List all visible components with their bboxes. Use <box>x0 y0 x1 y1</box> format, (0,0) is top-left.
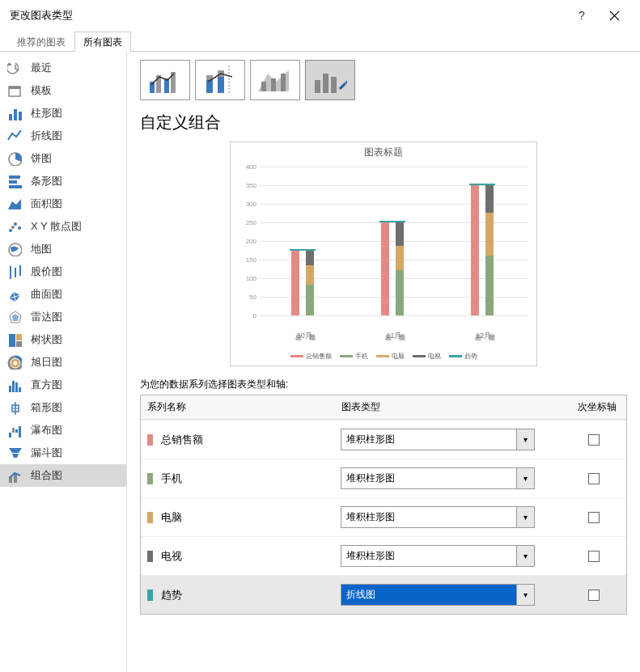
sidebar-item-label: 瀑布图 <box>31 423 62 437</box>
svg-marker-41 <box>9 448 22 453</box>
surface-icon <box>6 286 23 302</box>
sidebar-item-scatter[interactable]: X Y 散点图 <box>0 215 126 238</box>
tab-recommended[interactable]: 推荐的图表 <box>8 32 74 52</box>
sidebar-item-radar[interactable]: 雷达图 <box>0 306 126 328</box>
chevron-down-icon[interactable]: ▾ <box>516 468 534 488</box>
sidebar-item-label: 条形图 <box>31 174 62 188</box>
scatter-icon <box>6 218 23 235</box>
window-title: 更改图表类型 <box>10 8 566 23</box>
y-tick-label: 250 <box>237 219 256 226</box>
svg-rect-47 <box>164 78 169 93</box>
chevron-down-icon[interactable]: ▾ <box>516 585 534 605</box>
close-button[interactable] <box>598 6 630 24</box>
sidebar-item-recent[interactable]: 最近 <box>0 57 126 79</box>
legend-swatch <box>449 355 462 357</box>
combo-subtype-custom[interactable] <box>305 60 355 100</box>
y-tick-label: 200 <box>237 238 256 245</box>
pie-icon <box>6 150 23 167</box>
svg-rect-57 <box>281 74 286 91</box>
combo-subtype-1[interactable] <box>140 60 190 100</box>
series-type-value: 堆积柱形图 <box>341 468 516 488</box>
series-row[interactable]: 趋势折线图▾ <box>141 575 626 614</box>
sidebar-item-map[interactable]: 地图 <box>0 238 126 260</box>
sidebar-item-waterfall[interactable]: 瀑布图 <box>0 419 126 442</box>
series-row[interactable]: 手机堆积柱形图▾ <box>141 459 626 497</box>
svg-rect-9 <box>9 180 17 184</box>
series-type-combo[interactable]: 折线图▾ <box>341 584 535 606</box>
combo-icon <box>6 467 23 484</box>
chart-preview[interactable]: 图表标题 050100150200250300350400 总额分类额总额分类额… <box>230 142 537 366</box>
sidebar-item-box[interactable]: 箱形图 <box>0 396 126 419</box>
help-button[interactable]: ? <box>566 6 598 24</box>
sidebar-item-funnel[interactable]: 漏斗图 <box>0 442 126 464</box>
sidebar-item-combo[interactable]: 组合图 <box>0 464 126 487</box>
sidebar-item-histogram[interactable]: 直方图 <box>0 374 126 396</box>
titlebar: 更改图表类型 ? <box>0 0 640 31</box>
sidebar-item-line[interactable]: 折线图 <box>0 125 126 147</box>
main-title: 自定义组合 <box>140 112 627 133</box>
bar-total <box>471 185 479 315</box>
chevron-down-icon[interactable]: ▾ <box>516 429 534 450</box>
area-icon <box>6 196 23 212</box>
secondary-axis-checkbox[interactable] <box>588 434 600 446</box>
sidebar-item-bar[interactable]: 条形图 <box>0 170 126 192</box>
series-type-combo[interactable]: 堆积柱形图▾ <box>341 429 535 450</box>
svg-rect-27 <box>16 341 22 347</box>
svg-marker-24 <box>12 314 19 321</box>
sidebar-item-treemap[interactable]: 树状图 <box>0 328 126 351</box>
line-icon <box>6 128 23 144</box>
sidebar-item-label: 雷达图 <box>31 310 62 324</box>
chart-title: 图表标题 <box>231 142 536 163</box>
sidebar-item-template[interactable]: 模板 <box>0 79 126 102</box>
secondary-axis-checkbox[interactable] <box>588 512 600 523</box>
series-row[interactable]: 电视堆积柱形图▾ <box>141 536 626 575</box>
sidebar-item-sunburst[interactable]: 旭日图 <box>0 351 126 374</box>
sidebar-item-area[interactable]: 面积图 <box>0 192 126 215</box>
series-row[interactable]: 电脑堆积柱形图▾ <box>141 497 626 536</box>
sidebar-item-label: 旭日图 <box>31 355 62 370</box>
svg-rect-31 <box>12 381 15 392</box>
sidebar-item-column[interactable]: 柱形图 <box>0 102 126 125</box>
series-swatch <box>147 434 153 446</box>
sidebar-item-label: 直方图 <box>31 378 62 392</box>
sidebar-item-label: 漏斗图 <box>31 446 62 460</box>
combo-subtype-2[interactable] <box>195 60 245 100</box>
legend-label: 手机 <box>355 352 368 361</box>
combo-subtype-3[interactable] <box>250 60 300 100</box>
series-type-value: 堆积柱形图 <box>341 507 516 527</box>
chevron-down-icon[interactable]: ▾ <box>516 507 534 527</box>
svg-rect-3 <box>9 87 20 89</box>
series-name: 趋势 <box>161 588 341 602</box>
legend-item: 总销售额 <box>290 352 332 361</box>
sidebar-item-label: 地图 <box>31 242 52 256</box>
series-type-combo[interactable]: 堆积柱形图▾ <box>341 545 535 567</box>
series-type-combo[interactable]: 堆积柱形图▾ <box>341 506 535 528</box>
sidebar-item-pie[interactable]: 饼图 <box>0 147 126 170</box>
secondary-axis-checkbox[interactable] <box>588 590 600 601</box>
svg-point-15 <box>11 226 15 229</box>
series-name: 手机 <box>161 471 341 486</box>
svg-rect-30 <box>9 386 11 392</box>
x-category-label: 11月 <box>386 331 401 341</box>
close-icon <box>609 11 620 21</box>
chevron-down-icon[interactable]: ▾ <box>516 546 534 566</box>
series-row[interactable]: 总销售额堆积柱形图▾ <box>141 420 626 459</box>
y-tick-label: 100 <box>237 275 256 282</box>
stacked-combo-icon <box>201 66 239 95</box>
svg-marker-11 <box>8 199 21 209</box>
legend-item: 趋势 <box>449 352 477 361</box>
series-type-value: 堆积柱形图 <box>341 546 516 566</box>
secondary-axis-checkbox[interactable] <box>588 473 600 484</box>
svg-rect-60 <box>331 77 337 93</box>
sidebar-item-stock[interactable]: 股价图 <box>0 260 126 283</box>
y-tick-label: 50 <box>237 294 256 301</box>
trend-marker <box>290 249 316 251</box>
header-axis: 次坐标轴 <box>568 395 626 419</box>
series-instruction: 为您的数据系列选择图表类型和轴: <box>140 378 627 391</box>
svg-rect-40 <box>19 426 21 437</box>
tab-all[interactable]: 所有图表 <box>74 32 131 52</box>
sidebar-item-surface[interactable]: 曲面图 <box>0 283 126 306</box>
series-type-combo[interactable]: 堆积柱形图▾ <box>341 467 535 489</box>
secondary-axis-checkbox[interactable] <box>588 551 600 562</box>
trend-marker <box>469 184 495 185</box>
